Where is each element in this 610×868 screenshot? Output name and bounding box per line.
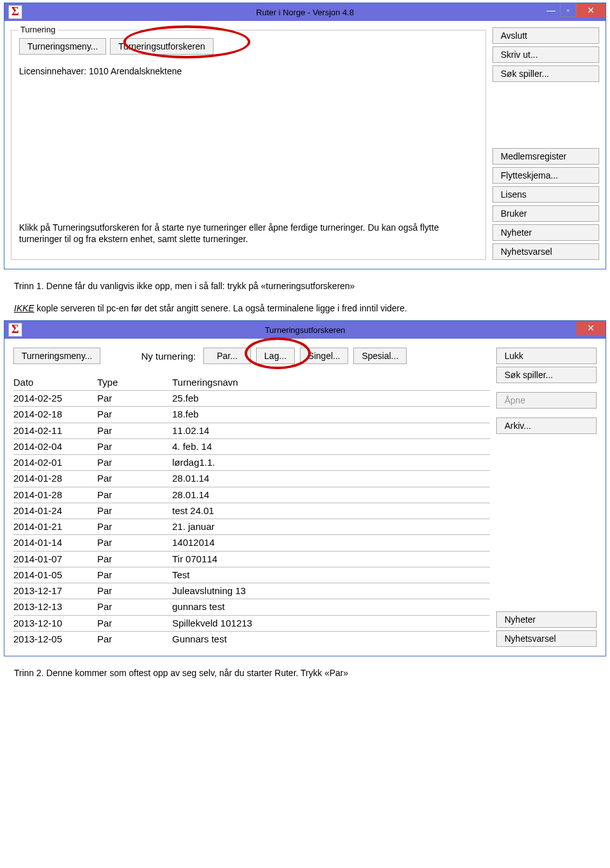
document-paragraph-1: Trinn 1. Denne får du vanligvis ikke opp… <box>0 273 610 318</box>
lisens-button[interactable]: Lisens <box>492 186 599 203</box>
close-button[interactable]: ✕ <box>576 321 606 335</box>
license-text: Licensinnehaver: 1010 Arendalsknektene <box>19 66 478 76</box>
cell-dato: 2014-01-05 <box>13 569 97 581</box>
table-row[interactable]: 2014-01-14Par14012014 <box>13 534 490 550</box>
cell-type: Par <box>97 569 172 581</box>
cell-navn: Spillekveld 101213 <box>172 617 490 630</box>
titlebar-2[interactable]: Σ Turneringsutforskeren ✕ <box>4 321 606 339</box>
cell-dato: 2014-02-01 <box>13 456 97 469</box>
cell-dato: 2013-12-05 <box>13 633 97 646</box>
flytteskjema-button[interactable]: Flytteskjema... <box>492 167 599 184</box>
table-row[interactable]: 2014-01-28Par28.01.14 <box>13 487 490 503</box>
cell-navn: test 24.01 <box>172 505 490 517</box>
sokspiller-button[interactable]: Søk spiller... <box>492 65 599 82</box>
cell-type: Par <box>97 505 172 517</box>
table-row[interactable]: 2014-01-07ParTir 070114 <box>13 551 490 567</box>
cell-dato: 2014-01-24 <box>13 505 97 517</box>
trinn2-text: Trinn 2. Denne kommer som oftest opp av … <box>14 668 348 678</box>
cell-dato: 2014-02-04 <box>13 440 97 453</box>
apne-button[interactable]: Åpne <box>496 392 597 409</box>
cell-navn: 28.01.14 <box>172 472 490 485</box>
nyhetsvarsel-button[interactable]: Nyhetsvarsel <box>496 630 597 647</box>
table-row[interactable]: 2014-01-24Partest 24.01 <box>13 503 490 519</box>
singel-button[interactable]: Singel... <box>300 348 349 364</box>
cell-type: Par <box>97 600 172 613</box>
info-text: Klikk på Turneringsutforskeren for å sta… <box>19 222 478 245</box>
tournament-legend: Turnering <box>18 25 58 34</box>
sigma-icon: Σ <box>8 323 22 337</box>
cell-dato: 2014-01-07 <box>13 553 97 566</box>
cell-type: Par <box>97 392 172 405</box>
table-row[interactable]: 2014-02-11Par11.02.14 <box>13 423 490 438</box>
cell-navn: 14012014 <box>172 536 490 549</box>
turneringsmeny-button[interactable]: Turneringsmeny... <box>19 38 106 55</box>
table-row[interactable]: 2014-01-05ParTest <box>13 567 490 583</box>
par-button[interactable]: Par... <box>203 348 251 364</box>
medlemsregister-button[interactable]: Medlemsregister <box>492 148 599 165</box>
maximize-button[interactable]: ▫ <box>560 3 576 17</box>
window-title: Ruter i Norge - Versjon 4.8 <box>256 8 354 17</box>
cell-type: Par <box>97 472 172 485</box>
arkiv-button[interactable]: Arkiv... <box>496 417 597 434</box>
turneringsmeny-button[interactable]: Turneringsmeny... <box>13 348 100 364</box>
cell-type: Par <box>97 520 172 533</box>
trinn1-line2: kople serveren til pc-en før det står an… <box>34 303 407 313</box>
cell-dato: 2014-01-21 <box>13 520 97 533</box>
lag-button[interactable]: Lag... <box>256 348 295 364</box>
close-button[interactable]: ✕ <box>576 3 606 17</box>
lukk-button[interactable]: Lukk <box>496 348 597 364</box>
ny-turnering-label: Ny turnering: <box>141 351 196 362</box>
cell-dato: 2013-12-17 <box>13 585 97 597</box>
table-row[interactable]: 2013-12-10ParSpillekveld 101213 <box>13 615 490 631</box>
cell-type: Par <box>97 440 172 453</box>
avslutt-button[interactable]: Avslutt <box>492 27 599 44</box>
cell-navn: Test <box>172 569 490 581</box>
titlebar[interactable]: Σ Ruter i Norge - Versjon 4.8 — ▫ ✕ <box>4 3 606 21</box>
table-row[interactable]: 2014-01-21Par21. januar <box>13 519 490 534</box>
explorer-window: Σ Turneringsutforskeren ✕ Turneringsmeny… <box>4 320 606 656</box>
cell-type: Par <box>97 585 172 597</box>
cell-navn: 4. feb. 14 <box>172 440 490 453</box>
col-header-navn: Turneringsnavn <box>172 377 490 388</box>
spesial-button[interactable]: Spesial... <box>353 348 407 364</box>
nyhetsvarsel-button[interactable]: Nyhetsvarsel <box>492 243 599 260</box>
cell-dato: 2014-02-18 <box>13 408 97 421</box>
window-title-2: Turneringsutforskeren <box>265 325 346 335</box>
table-row[interactable]: 2013-12-13Pargunnars test <box>13 599 490 614</box>
cell-navn: gunnars test <box>172 600 490 613</box>
col-header-dato: Dato <box>13 377 97 388</box>
nyheter-button[interactable]: Nyheter <box>492 224 599 241</box>
cell-type: Par <box>97 489 172 501</box>
table-row[interactable]: 2014-02-18Par18.feb <box>13 406 490 422</box>
minimize-button[interactable]: — <box>542 3 560 17</box>
table-row[interactable]: 2014-02-25Par25.feb <box>13 390 490 406</box>
cell-navn: 28.01.14 <box>172 489 490 501</box>
document-paragraph-2: Trinn 2. Denne kommer som oftest opp av … <box>0 660 610 682</box>
table-row[interactable]: 2014-02-04Par4. feb. 14 <box>13 438 490 454</box>
col-header-type: Type <box>97 377 172 388</box>
sigma-icon: Σ <box>8 5 22 19</box>
cell-navn: 21. januar <box>172 520 490 533</box>
skrivut-button[interactable]: Skriv ut... <box>492 46 599 63</box>
cell-dato: 2013-12-10 <box>13 617 97 630</box>
cell-dato: 2014-01-28 <box>13 489 97 501</box>
cell-navn: 25.feb <box>172 392 490 405</box>
cell-type: Par <box>97 536 172 549</box>
table-row[interactable]: 2013-12-17ParJuleavslutning 13 <box>13 583 490 599</box>
cell-type: Par <box>97 424 172 437</box>
cell-dato: 2014-02-11 <box>13 424 97 437</box>
cell-navn: Tir 070114 <box>172 553 490 566</box>
bruker-button[interactable]: Bruker <box>492 205 599 222</box>
tournament-group: Turnering Turneringsmeny... Turneringsut… <box>11 30 486 260</box>
ikke-emphasis: IKKE <box>14 303 34 313</box>
nyheter-button[interactable]: Nyheter <box>496 611 597 628</box>
cell-navn: 18.feb <box>172 408 490 421</box>
sokspiller-button[interactable]: Søk spiller... <box>496 367 597 383</box>
table-row[interactable]: 2014-01-28Par28.01.14 <box>13 470 490 486</box>
cell-navn: Gunnars test <box>172 633 490 646</box>
table-row[interactable]: 2013-12-05ParGunnars test <box>13 631 490 647</box>
cell-type: Par <box>97 633 172 646</box>
table-row[interactable]: 2014-02-01Parlørdag1.1. <box>13 454 490 470</box>
cell-type: Par <box>97 408 172 421</box>
turneringsutforskeren-button[interactable]: Turneringsutforskeren <box>110 38 213 55</box>
